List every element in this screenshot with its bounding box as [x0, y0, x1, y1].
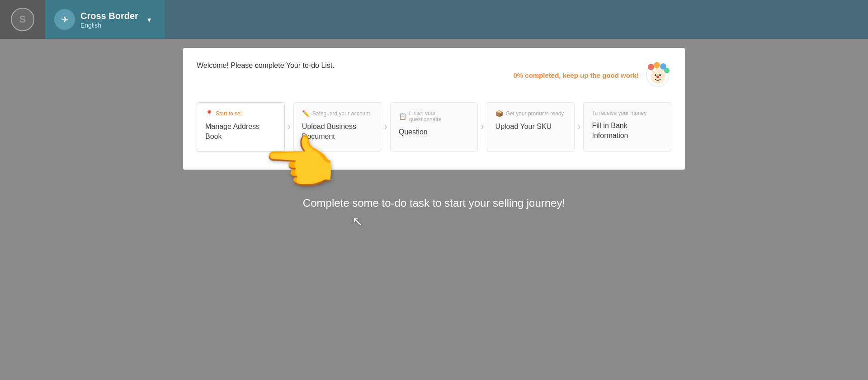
step-4-tag: 📦 Get your products ready — [495, 110, 566, 117]
brand-name: Cross Border — [80, 10, 138, 22]
step-start-to-sell[interactable]: 📍 Start to sell Manage Address Book — [197, 102, 285, 152]
step-5-title: Fill in Bank Information — [592, 121, 663, 141]
svg-point-1 — [648, 64, 654, 70]
steps-row: 📍 Start to sell Manage Address Book › ✏️… — [197, 102, 671, 152]
main-content: Welcome! Please complete Your to-do List… — [0, 39, 868, 380]
todo-card: Welcome! Please complete Your to-do List… — [183, 48, 685, 170]
todo-header: Welcome! Please complete Your to-do List… — [197, 62, 671, 89]
step-4-tag-icon: 📦 — [495, 110, 503, 117]
step-receive-money[interactable]: To receive your money Fill in Bank Infor… — [583, 102, 671, 152]
brand-icon: ✈ — [54, 9, 75, 30]
step-1-title: Manage Address Book — [205, 122, 276, 142]
mouse-cursor-icon: ↖ — [352, 214, 363, 229]
logo-area: S — [0, 0, 45, 39]
step-3-tag-icon: 📋 — [399, 113, 406, 120]
step-safeguard-account[interactable]: ✏️ Safeguard your account Upload Busines… — [293, 102, 382, 152]
svg-point-2 — [654, 62, 660, 68]
step-2-tag-icon: ✏️ — [302, 110, 310, 117]
step-1-tag-icon: 📍 — [205, 110, 213, 117]
brand-language: English — [80, 22, 138, 29]
svg-point-4 — [664, 68, 670, 73]
logo-icon: S — [11, 8, 34, 31]
svg-point-10 — [655, 74, 656, 76]
step-3-title: Question — [399, 127, 470, 137]
brand-dropdown-arrow[interactable]: ▾ — [147, 15, 151, 24]
step-get-products-ready[interactable]: 📦 Get your products ready Upload Your SK… — [487, 102, 575, 152]
topbar: S ✈ Cross Border English ▾ — [0, 0, 868, 39]
step-2-tag: ✏️ Safeguard your account — [302, 110, 373, 117]
arrow-1-2: › — [285, 102, 293, 152]
step-2-title: Upload Business Document — [302, 122, 373, 142]
arrow-4-5: › — [575, 102, 583, 152]
arrow-3-4: › — [478, 102, 486, 152]
brand-section[interactable]: ✈ Cross Border English ▾ — [45, 0, 165, 39]
progress-text: 0% completed, keep up the good work! — [513, 71, 639, 79]
step-4-title: Upload Your SKU — [495, 122, 566, 132]
bottom-tagline: Complete some to-do task to start your s… — [303, 197, 565, 209]
progress-section: 0% completed, keep up the good work! — [513, 62, 671, 89]
step-5-tag: To receive your money — [592, 110, 663, 116]
step-1-tag: 📍 Start to sell — [205, 110, 276, 117]
mascot-icon — [644, 62, 671, 89]
svg-point-11 — [659, 74, 661, 76]
step-3-tag: 📋 Finish your questionnaire — [399, 110, 470, 123]
brand-text-group: Cross Border English — [80, 10, 138, 29]
svg-point-12 — [656, 76, 659, 78]
welcome-text: Welcome! Please complete Your to-do List… — [197, 62, 335, 70]
arrow-2-3: › — [381, 102, 390, 152]
step-finish-questionnaire[interactable]: 📋 Finish your questionnaire Question — [390, 102, 478, 152]
